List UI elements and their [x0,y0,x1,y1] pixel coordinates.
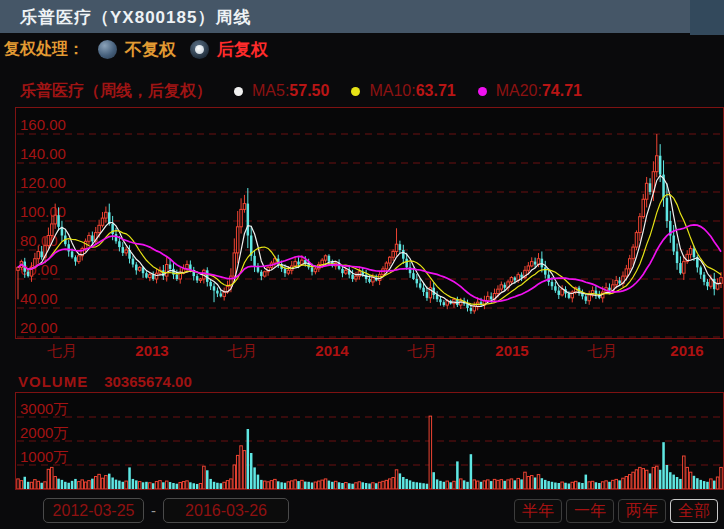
price-chart-panel[interactable]: 160.00140.00120.00100.0080.0060.0040.002… [15,107,724,339]
volume-value: 30365674.00 [104,373,192,390]
end-date-value: 2016-03-26 [185,502,267,520]
ma20-line [18,225,721,302]
ma-legend-item-1: MA10:63.71 [351,82,455,100]
date-range-controls: 2012-03-25 - 2016-03-26 [43,498,289,523]
x-axis-label: 2016 [670,342,703,359]
ma-value: 74.71 [542,82,582,100]
range-button-3[interactable]: 全部 [670,499,718,523]
radio-label: 不复权 [125,38,176,61]
ma-dot-icon [351,87,360,96]
ma-name: MA5: [252,82,289,100]
adjustment-label: 复权处理： [4,39,84,60]
svg-text:20.00: 20.00 [20,319,58,336]
svg-text:3000万: 3000万 [20,400,68,417]
ma-lines-layer [18,176,721,307]
svg-text:2000万: 2000万 [20,424,68,441]
price-gridlines: 160.00140.00120.00100.0080.0060.0040.002… [17,116,722,337]
window-title: 乐普医疗（YX800185）周线 [20,6,251,29]
ma-legend-item-2: MA20:74.71 [478,82,582,100]
candlestick-chart[interactable]: 160.00140.00120.00100.0080.0060.0040.002… [16,108,723,338]
radio-icon[interactable] [190,40,209,59]
volume-chart-panel[interactable]: 3000万2000万1000万 [15,392,724,490]
x-axis-label: 七月 [407,342,437,361]
adjustment-option-0[interactable]: 不复权 [98,38,176,61]
start-date-input[interactable]: 2012-03-25 [43,498,144,523]
legend-title: 乐普医疗（周线，后复权） [20,81,212,102]
x-axis-label: 七月 [47,342,77,361]
ma-dot-icon [478,87,487,96]
range-button-1[interactable]: 一年 [566,499,614,523]
radio-dot-icon [195,45,204,54]
svg-text:160.00: 160.00 [20,116,66,133]
x-axis-label: 2014 [315,342,348,359]
volume-gridlines: 3000万2000万1000万 [17,400,722,465]
svg-text:120.00: 120.00 [20,174,66,191]
stock-chart-window: 乐普医疗（YX800185）周线 复权处理： 不复权后复权 乐普医疗（周线，后复… [0,0,724,529]
ma5-line [18,176,721,307]
ma-value: 57.50 [289,82,329,100]
x-axis-label: 2015 [495,342,528,359]
ma-name: MA20: [496,82,542,100]
window-titlebar: 乐普医疗（YX800185）周线 [0,0,724,33]
ma-value: 63.71 [416,82,456,100]
end-date-input[interactable]: 2016-03-26 [163,498,289,523]
svg-text:40.00: 40.00 [20,290,58,307]
radio-label: 后复权 [217,38,268,61]
ma-name: MA10: [369,82,415,100]
x-axis-labels: 七月2013七月2014七月2015七月2016 [0,342,724,362]
svg-text:140.00: 140.00 [20,145,66,162]
ma-legend: MA5:57.50MA10:63.71MA20:74.71 [212,82,582,100]
volume-header: VOLUME 30365674.00 [18,372,192,390]
volume-bars-layer [17,416,723,489]
adjustment-option-1[interactable]: 后复权 [190,38,268,61]
adjustment-radio-group: 不复权后复权 [84,38,268,61]
range-button-2[interactable]: 两年 [618,499,666,523]
date-separator: - [151,502,156,519]
chart-legend-row: 乐普医疗（周线，后复权） MA5:57.50MA10:63.71MA20:74.… [20,80,720,102]
volume-chart[interactable]: 3000万2000万1000万 [16,393,723,489]
ma-dot-icon [234,87,243,96]
x-axis-label: 2013 [135,342,168,359]
range-buttons: 半年一年两年全部 [510,499,718,523]
start-date-value: 2012-03-25 [53,502,135,520]
range-button-0[interactable]: 半年 [514,499,562,523]
adjustment-controls-row: 复权处理： 不复权后复权 [0,33,724,66]
x-axis-label: 七月 [587,342,617,361]
radio-icon[interactable] [98,40,117,59]
svg-text:1000万: 1000万 [20,448,68,465]
volume-label: VOLUME [18,373,88,390]
titlebar-corner-panel [690,0,724,35]
ma-legend-item-0: MA5:57.50 [234,82,329,100]
x-axis-label: 七月 [227,342,257,361]
